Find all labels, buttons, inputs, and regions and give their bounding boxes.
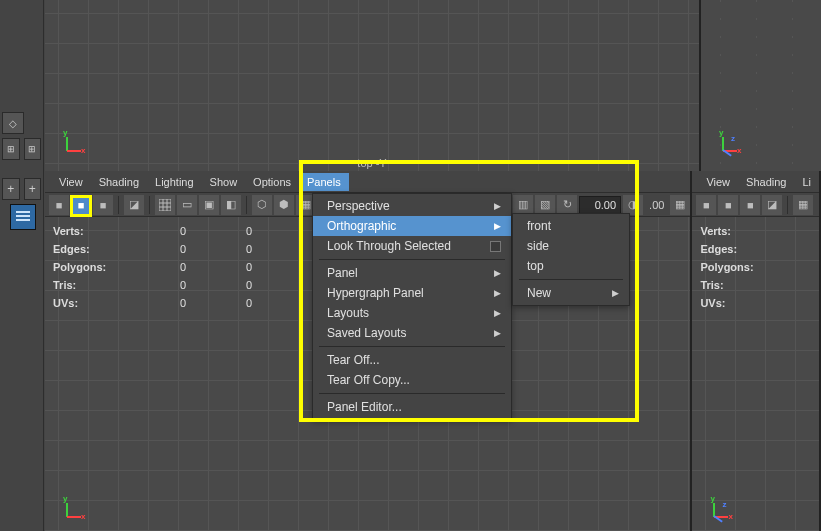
menu-item-label: Saved Layouts — [327, 326, 406, 340]
hud-row-uvs: UVs: — [700, 295, 773, 311]
menu-item-hypergraph-panel[interactable]: Hypergraph Panel ▶ — [313, 283, 511, 303]
menu-separator — [519, 279, 623, 280]
image-plane-button[interactable]: ◪ — [124, 195, 144, 215]
menu-shading[interactable]: Shading — [91, 173, 147, 191]
submenu-item-front[interactable]: front — [513, 216, 629, 236]
menu-item-label: Tear Off Copy... — [327, 373, 410, 387]
grid-toggle-button[interactable]: ▦ — [793, 195, 813, 215]
resolution-gate-button[interactable]: ▣ — [199, 195, 219, 215]
viewport-label: top -Y — [357, 157, 386, 169]
submenu-arrow-icon: ▶ — [494, 328, 501, 338]
axis-gizmo: yx — [63, 127, 91, 155]
submenu-item-top[interactable]: top — [513, 256, 629, 276]
shaded-button[interactable]: ⬢ — [274, 195, 294, 215]
axis-gizmo: yxz — [710, 493, 738, 521]
menu-item-saved-layouts[interactable]: Saved Layouts ▶ — [313, 323, 511, 343]
menu-item-label: front — [527, 219, 551, 233]
menu-item-layouts[interactable]: Layouts ▶ — [313, 303, 511, 323]
right-model-panel: View Shading Li ■ ■ ■ ◪ ▦ Verts: Edges: … — [692, 171, 821, 531]
svg-rect-2 — [16, 219, 30, 221]
bookmarks-button[interactable]: ■ — [93, 195, 113, 215]
submenu-arrow-icon: ▶ — [494, 221, 501, 231]
menu-item-perspective[interactable]: Perspective ▶ — [313, 196, 511, 216]
panel-menubar: View Shading Lighting Show Options Panel… — [45, 171, 690, 193]
select-camera-button[interactable]: ■ — [49, 195, 69, 215]
bookmarks-button[interactable]: ■ — [740, 195, 760, 215]
menu-lighting-clipped[interactable]: Li — [794, 173, 819, 191]
top-viewport-left[interactable]: yx top -Y — [45, 0, 701, 171]
list-icon — [15, 209, 31, 225]
menu-options[interactable]: Options — [245, 173, 299, 191]
panels-menu-popup: Perspective ▶ Orthographic ▶ Look Throug… — [312, 193, 512, 420]
menu-separator — [319, 346, 505, 347]
grid-left-button[interactable]: ⊞ — [2, 138, 20, 160]
panel-menubar: View Shading Li — [692, 171, 819, 193]
menu-item-label: Look Through Selected — [327, 239, 451, 253]
menu-item-label: top — [527, 259, 544, 273]
submenu-arrow-icon: ▶ — [612, 288, 619, 298]
camera-settings-button[interactable]: ■ — [71, 195, 91, 215]
xray-button[interactable]: ▧ — [535, 195, 555, 215]
menu-item-label: New — [527, 286, 551, 300]
exposure-field[interactable] — [579, 196, 621, 214]
viewport-body[interactable]: Verts: Edges: Polygons: Tris: UVs: yxz — [692, 217, 819, 531]
poly-count-hud: Verts:00 Edges:00 Polygons:00 Tris:00 UV… — [51, 221, 260, 313]
grid — [45, 0, 699, 171]
menu-item-label: Layouts — [327, 306, 369, 320]
hud-row-uvs: UVs:00 — [53, 295, 258, 311]
hud-row-tris: Tris: — [700, 277, 773, 293]
menu-show[interactable]: Show — [202, 173, 246, 191]
camera-settings-button[interactable]: ■ — [718, 195, 738, 215]
menu-lighting[interactable]: Lighting — [147, 173, 202, 191]
render-button[interactable]: ↻ — [557, 195, 577, 215]
menu-shading[interactable]: Shading — [738, 173, 794, 191]
menu-view[interactable]: View — [698, 173, 738, 191]
select-camera-button[interactable]: ■ — [696, 195, 716, 215]
hud-row-edges: Edges:00 — [53, 241, 258, 257]
expand-left-button[interactable]: + — [2, 178, 20, 200]
active-editor-tab[interactable] — [10, 204, 36, 230]
left-tool-column: ◇ ⊞ ⊞ + + — [0, 0, 44, 531]
menu-item-tear-off[interactable]: Tear Off... — [313, 350, 511, 370]
top-viewport-right[interactable]: yxz — [701, 0, 821, 171]
orthographic-submenu-popup: front side top New ▶ — [512, 213, 630, 306]
film-gate-button[interactable]: ▭ — [177, 195, 197, 215]
grid-toggle-button[interactable] — [155, 195, 175, 215]
top-viewports: yx top -Y yxz — [45, 0, 821, 171]
submenu-arrow-icon: ▶ — [494, 308, 501, 318]
menu-item-orthographic[interactable]: Orthographic ▶ — [313, 216, 511, 236]
menu-view[interactable]: View — [51, 173, 91, 191]
poly-count-hud: Verts: Edges: Polygons: Tris: UVs: — [698, 221, 775, 313]
image-plane-button[interactable]: ◪ — [762, 195, 782, 215]
expand-right-button[interactable]: + — [24, 178, 42, 200]
submenu-item-new[interactable]: New ▶ — [513, 283, 629, 303]
svg-rect-0 — [16, 211, 30, 213]
menu-item-panel[interactable]: Panel ▶ — [313, 263, 511, 283]
menu-separator — [319, 393, 505, 394]
hud-row-edges: Edges: — [700, 241, 773, 257]
isolate-button[interactable]: ▥ — [513, 195, 533, 215]
menu-item-label: Perspective — [327, 199, 390, 213]
wireframe-button[interactable]: ⬡ — [252, 195, 272, 215]
hud-row-verts: Verts:00 — [53, 223, 258, 239]
hud-row-polygons: Polygons: — [700, 259, 773, 275]
menu-item-tear-off-copy[interactable]: Tear Off Copy... — [313, 370, 511, 390]
grid-right-button[interactable]: ⊞ — [24, 138, 42, 160]
gate-mask-button[interactable]: ◧ — [221, 195, 241, 215]
overlay-button[interactable]: ▦ — [670, 195, 690, 215]
menu-separator — [319, 259, 505, 260]
menu-item-label: Panel — [327, 266, 358, 280]
menu-panels[interactable]: Panels — [299, 173, 349, 191]
extra-value: .00 — [645, 199, 668, 211]
gamma-button[interactable]: ◑ — [623, 195, 643, 215]
menu-item-panel-editor[interactable]: Panel Editor... — [313, 397, 511, 417]
menu-item-look-through-selected[interactable]: Look Through Selected — [313, 236, 511, 256]
menu-item-label: Tear Off... — [327, 353, 379, 367]
hud-row-polygons: Polygons:00 — [53, 259, 258, 275]
submenu-item-side[interactable]: side — [513, 236, 629, 256]
menu-item-label: Hypergraph Panel — [327, 286, 424, 300]
grid-icon — [159, 199, 171, 211]
shelf-button[interactable]: ◇ — [2, 112, 24, 134]
svg-rect-3 — [159, 199, 171, 211]
svg-rect-1 — [16, 215, 30, 217]
